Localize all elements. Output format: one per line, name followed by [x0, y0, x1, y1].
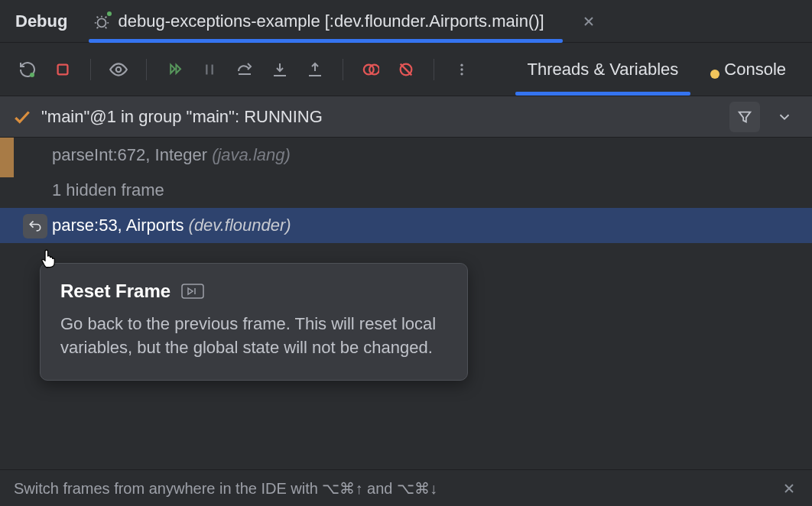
- chevron-down-icon[interactable]: [769, 102, 800, 132]
- hint-bar: Switch frames from anywhere in the IDE w…: [0, 469, 812, 506]
- tab-threads-variables[interactable]: Threads & Variables: [515, 43, 691, 96]
- svg-rect-2: [58, 64, 68, 74]
- debug-toolbar: Threads & Variables Console: [0, 43, 812, 96]
- hidden-frames-row[interactable]: 1 hidden frame: [0, 173, 812, 208]
- tooltip-title: Reset Frame: [60, 281, 171, 302]
- shortcut-glyph-icon: [181, 284, 204, 299]
- separator: [90, 59, 91, 80]
- console-warn-badge: [710, 70, 719, 79]
- thread-status-bar[interactable]: "main"@1 in group "main": RUNNING: [0, 96, 812, 138]
- library-frame-marker: [0, 138, 14, 177]
- hint-text: Switch frames from anywhere in the IDE w…: [14, 479, 437, 498]
- stop-button[interactable]: [49, 56, 76, 83]
- check-icon: [12, 107, 32, 127]
- mute-breakpoints-button[interactable]: [392, 56, 420, 83]
- tab-console[interactable]: Console: [698, 43, 798, 96]
- hidden-frames-label: 1 hidden frame: [52, 180, 164, 200]
- frame-package: (java.lang): [212, 145, 291, 165]
- close-tab-button[interactable]: [577, 12, 601, 31]
- resume-button[interactable]: [161, 56, 188, 83]
- frame-method: parse:53, Airports: [52, 216, 184, 235]
- show-execution-point-button[interactable]: [105, 56, 132, 83]
- separator: [146, 59, 147, 80]
- view-breakpoints-button[interactable]: [357, 56, 385, 83]
- thread-status-text: "main"@1 in group "main": RUNNING: [41, 107, 323, 127]
- hint-close-button[interactable]: [780, 479, 798, 498]
- frames-list: parseInt:672, Integer (java.lang) 1 hidd…: [0, 138, 812, 469]
- svg-point-9: [460, 73, 463, 75]
- tool-window-title: Debug: [15, 11, 67, 31]
- top-tab-bar: Debug debug-exceptions-example [:dev.flo…: [0, 0, 812, 43]
- tab-console-label: Console: [724, 60, 786, 79]
- active-tab-underline: [89, 39, 562, 43]
- separator: [434, 59, 434, 80]
- reset-frame-button[interactable]: [23, 214, 47, 238]
- step-out-button[interactable]: [301, 56, 329, 83]
- svg-point-1: [30, 73, 34, 77]
- tooltip-reset-frame: Reset Frame Go back to the previous fram…: [40, 263, 468, 381]
- svg-point-7: [460, 63, 463, 66]
- bug-icon: [93, 13, 110, 30]
- run-config-name: debug-exceptions-example [:dev.flounder.…: [118, 11, 544, 31]
- step-into-button[interactable]: [266, 56, 294, 83]
- filter-button[interactable]: [729, 102, 760, 132]
- svg-point-8: [460, 68, 463, 70]
- svg-point-0: [98, 18, 106, 27]
- stack-frame-row-selected[interactable]: parse:53, Airports (dev.flounder): [0, 208, 812, 243]
- frame-package: (dev.flounder): [189, 216, 291, 235]
- pointer-cursor-icon: [40, 248, 60, 269]
- running-badge: [106, 10, 113, 18]
- svg-point-3: [116, 66, 122, 72]
- stack-frame-row[interactable]: parseInt:672, Integer (java.lang): [0, 138, 812, 173]
- rerun-button[interactable]: [14, 56, 41, 83]
- run-config-tab[interactable]: debug-exceptions-example [:dev.flounder.…: [89, 0, 548, 42]
- frame-method: parseInt:672, Integer: [52, 145, 207, 165]
- separator: [343, 59, 343, 80]
- more-actions-button[interactable]: [448, 56, 476, 83]
- step-over-button[interactable]: [231, 56, 258, 83]
- pause-button[interactable]: [196, 56, 223, 83]
- tooltip-body: Go back to the previous frame. This will…: [60, 313, 447, 360]
